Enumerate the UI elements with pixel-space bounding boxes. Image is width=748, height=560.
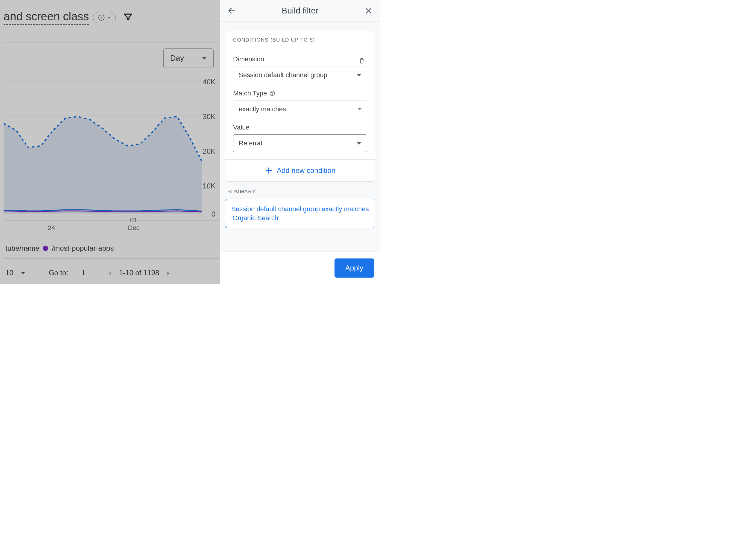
panel-footer: Apply — [220, 252, 380, 284]
svg-point-0 — [99, 15, 104, 20]
chevron-down-icon — [357, 74, 361, 76]
plus-icon — [265, 167, 273, 174]
chevron-down-icon — [21, 272, 25, 274]
match-type-label: Match Type — [233, 89, 367, 97]
report-title-suffix: and screen class — [4, 10, 89, 25]
chevron-down-icon — [358, 108, 361, 110]
svg-point-7 — [272, 94, 273, 95]
help-icon[interactable] — [269, 90, 275, 96]
conditions-card: CONDITIONS (BUILD UP TO 5) Dimension Ses… — [225, 31, 375, 182]
dimension-label: Dimension — [233, 55, 264, 63]
chevron-down-icon — [357, 142, 361, 145]
chart-card: Day 40K 30K 20K 10K 0 24 01Dec — [4, 42, 220, 284]
goto-value[interactable]: 1 — [81, 269, 85, 277]
panel-header: Build filter — [220, 0, 380, 22]
goto-label: Go to: — [49, 269, 68, 277]
report-title-bar: and screen class — [0, 0, 220, 33]
condition-block: Dimension Session default channel group … — [225, 49, 375, 160]
dimension-value: Session default channel group — [239, 71, 327, 79]
legend-item-text: /most-popular-apps — [52, 244, 114, 253]
value-value: Referral — [239, 139, 262, 147]
legend-dot — [43, 246, 48, 251]
conditions-header: CONDITIONS (BUILD UP TO 5) — [225, 31, 375, 49]
chart-svg — [4, 74, 219, 220]
match-type-value: exactly matches — [239, 105, 286, 113]
page-size-value[interactable]: 10 — [5, 269, 14, 277]
add-condition-label: Add new condition — [277, 166, 335, 175]
panel-title: Build filter — [237, 6, 363, 16]
apply-label: Apply — [345, 264, 363, 272]
x-tick: 24 — [48, 224, 55, 232]
chevron-down-icon — [202, 57, 207, 60]
match-type-select[interactable]: exactly matches — [233, 100, 367, 118]
arrow-left-icon — [227, 6, 236, 15]
chevron-down-icon — [107, 17, 111, 19]
delete-condition-button[interactable] — [356, 55, 367, 66]
granularity-label: Day — [170, 53, 184, 63]
value-label: Value — [233, 123, 367, 131]
check-circle-icon — [98, 14, 105, 21]
value-select[interactable]: Referral — [233, 134, 367, 152]
next-page-icon[interactable]: › — [166, 268, 169, 278]
build-filter-panel: Build filter CONDITIONS (BUILD UP TO 5) … — [220, 0, 380, 284]
summary-chip[interactable]: Session default channel group exactly ma… — [225, 199, 375, 228]
legend-item-text: tube/name — [5, 244, 39, 253]
dimension-select[interactable]: Session default channel group — [233, 66, 367, 84]
summary-text: Session default channel group exactly ma… — [231, 205, 369, 222]
page-range: 1-10 of 1198 — [119, 269, 159, 277]
prev-page-icon[interactable]: ‹ — [109, 268, 112, 278]
close-icon — [365, 7, 373, 15]
chart-legend: tube/name /most-popular-apps — [4, 233, 219, 259]
summary-label: SUMMARY — [227, 189, 375, 195]
apply-button[interactable]: Apply — [334, 258, 374, 278]
granularity-select[interactable]: Day — [163, 48, 214, 68]
table-pager: 10 Go to: 1 ‹ 1-10 of 1198 › — [4, 259, 219, 284]
report-background: and screen class Day 40K 30K 20K — [0, 0, 220, 284]
add-condition-button[interactable]: Add new condition — [225, 160, 375, 181]
back-button[interactable] — [226, 5, 237, 16]
trash-icon — [358, 57, 365, 64]
title-status-pill[interactable] — [93, 12, 116, 23]
chart-body: 40K 30K 20K 10K 0 24 01Dec — [4, 74, 219, 221]
filter-icon[interactable] — [123, 12, 133, 23]
close-button[interactable] — [363, 5, 374, 16]
